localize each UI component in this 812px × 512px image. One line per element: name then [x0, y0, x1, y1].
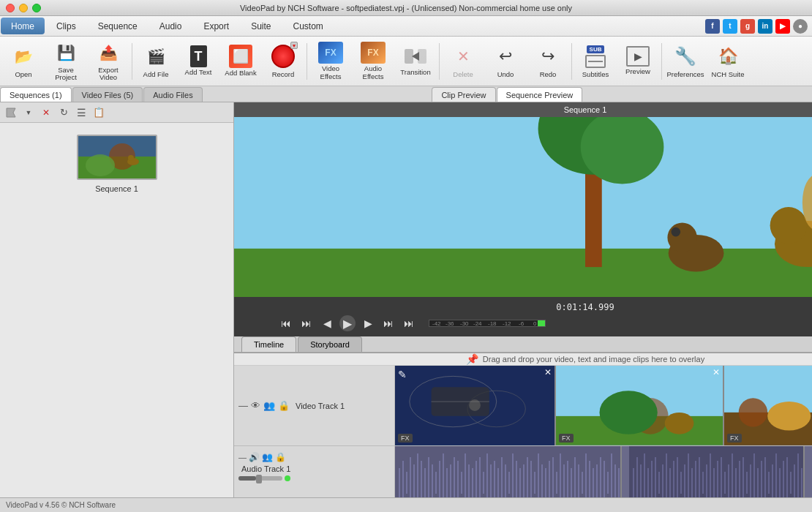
tab-audio-files[interactable]: Audio Files: [143, 87, 202, 102]
svg-rect-111: [666, 453, 667, 497]
left-toolbar-refresh[interactable]: ↻: [56, 105, 72, 121]
preferences-icon: 🔧: [672, 43, 699, 69]
menu-clips[interactable]: Clips: [46, 18, 86, 34]
volume-track[interactable]: -42 -36 -30 -24 -18 -12 -6 0: [429, 320, 546, 327]
clip1-close-button[interactable]: ✕: [544, 367, 552, 377]
svg-rect-65: [490, 464, 492, 497]
close-button[interactable]: [6, 4, 15, 12]
audio-track-collapse[interactable]: —: [238, 453, 247, 462]
timeline-section: Timeline Storyboard 0:00:40.000 0:00:50.…: [234, 336, 812, 497]
audio-effects-button[interactable]: FX Audio Effects: [353, 39, 394, 83]
audio-volume-slider[interactable]: [238, 476, 282, 481]
add-text-button[interactable]: T Add Text: [178, 39, 219, 83]
clip1-edit-icon[interactable]: ✎: [398, 369, 407, 380]
transition-icon: [403, 45, 428, 67]
next-frame-button[interactable]: ⏭: [380, 315, 396, 331]
googleplus-icon[interactable]: g: [740, 19, 755, 34]
left-toolbar-delete[interactable]: ✕: [38, 105, 54, 121]
tab-timeline[interactable]: Timeline: [241, 336, 296, 352]
tab-sequences[interactable]: Sequences (1): [0, 87, 72, 102]
svg-rect-107: [651, 461, 653, 497]
svg-rect-94: [596, 464, 598, 497]
audio-clip-1[interactable]: FX 🔊 🔗: [395, 446, 622, 497]
skip-to-start-button[interactable]: ⏮: [278, 315, 294, 331]
twitter-icon[interactable]: t: [723, 19, 737, 34]
audio-clip-2[interactable]: FX 🔊 🔗: [629, 446, 805, 497]
video-clip-3[interactable]: ✕ FX: [724, 366, 812, 445]
tab-area: Sequences (1) Video Files (5) Audio File…: [0, 86, 812, 102]
tab-video-files[interactable]: Video Files (5): [72, 87, 143, 102]
delete-button[interactable]: ✕ Delete: [443, 39, 484, 83]
undo-button[interactable]: ↩ Undo: [485, 39, 526, 83]
left-toolbar-list[interactable]: ☰: [73, 105, 89, 121]
svg-rect-64: [486, 453, 488, 497]
prev-frame-button[interactable]: ⏭: [298, 315, 315, 331]
svg-point-36: [739, 398, 767, 426]
svg-point-20: [671, 227, 680, 237]
subtitles-button[interactable]: SUB Subtitles: [575, 39, 616, 83]
svg-rect-46: [421, 461, 422, 497]
preview-button[interactable]: ▶ Preview: [617, 39, 658, 83]
nch-suite-button[interactable]: 🏠 NCH Suite: [707, 39, 748, 83]
menu-export[interactable]: Export: [193, 18, 239, 34]
preview-video: ⤢: [234, 117, 812, 297]
svg-rect-130: [735, 468, 737, 497]
sequence-thumbnail[interactable]: [77, 135, 157, 180]
nch-icon[interactable]: ●: [793, 19, 808, 34]
video-clip-1[interactable]: ✎ ✕ FX: [395, 366, 556, 445]
svg-rect-126: [721, 457, 722, 497]
video-effects-button[interactable]: FX Video Effects: [310, 39, 351, 83]
track-lock-icon[interactable]: 🔒: [278, 400, 290, 411]
clip2-close-button[interactable]: ✕: [713, 367, 720, 377]
track-eye-icon[interactable]: 👁: [251, 400, 260, 411]
add-blank-button[interactable]: ⬜ Add Blank: [220, 39, 261, 83]
video-clip-2[interactable]: ✕ FX: [556, 366, 724, 445]
transition-button[interactable]: Transition: [395, 39, 436, 83]
redo-button[interactable]: ↪ Redo: [527, 39, 568, 83]
youtube-icon[interactable]: ▶: [775, 19, 790, 34]
add-file-button[interactable]: 🎬 Add File: [135, 39, 176, 83]
skip-to-end-button[interactable]: ⏭: [401, 315, 417, 331]
audio-people-icon[interactable]: 👥: [262, 452, 273, 462]
svg-rect-135: [753, 453, 755, 497]
svg-rect-43: [410, 457, 411, 497]
preferences-button[interactable]: 🔧 Preferences: [665, 39, 706, 83]
menu-audio[interactable]: Audio: [149, 18, 192, 34]
minimize-button[interactable]: [19, 4, 28, 12]
left-toolbar-flag[interactable]: [3, 105, 19, 121]
export-video-button[interactable]: 📤 Export Video: [88, 39, 129, 83]
clip1-fx-button[interactable]: FX: [398, 434, 413, 443]
preferences-label: Preferences: [666, 71, 704, 78]
menu-custom[interactable]: Custom: [282, 18, 333, 34]
svg-rect-48: [428, 457, 429, 497]
record-button[interactable]: ▼ Record: [263, 39, 304, 83]
clip2-fx-button[interactable]: FX: [559, 434, 574, 443]
audio-volume-thumb[interactable]: [256, 475, 262, 483]
maximize-button[interactable]: [32, 4, 41, 12]
play-button[interactable]: ▶: [339, 315, 356, 331]
open-button[interactable]: 📂 Open: [3, 39, 44, 83]
svg-rect-76: [530, 461, 532, 497]
left-toolbar: ▼ ✕ ↻ ☰ 📋: [0, 102, 233, 123]
audio-lock-icon[interactable]: 🔒: [275, 452, 286, 462]
tab-sequence-preview[interactable]: Sequence Preview: [497, 87, 583, 102]
linkedin-icon[interactable]: in: [758, 19, 772, 34]
svg-point-37: [767, 402, 811, 430]
tab-clip-preview[interactable]: Clip Preview: [432, 87, 495, 102]
menu-suite[interactable]: Suite: [241, 18, 281, 34]
menu-sequence[interactable]: Sequence: [88, 18, 148, 34]
rewind-button[interactable]: ◀: [319, 315, 335, 331]
left-toolbar-clipboard[interactable]: 📋: [91, 105, 107, 121]
clip3-fx-button[interactable]: FX: [727, 434, 742, 443]
save-project-button[interactable]: 💾 Save Project: [45, 39, 86, 83]
forward-button[interactable]: ▶: [360, 315, 376, 331]
track-people-icon[interactable]: 👥: [263, 400, 275, 411]
track-collapse-icon[interactable]: —: [238, 400, 248, 411]
facebook-icon[interactable]: f: [705, 19, 720, 34]
menu-home[interactable]: Home: [1, 18, 45, 34]
audio-mute-icon[interactable]: 🔊: [249, 452, 260, 462]
tab-storyboard[interactable]: Storyboard: [298, 336, 362, 352]
left-toolbar-dropdown[interactable]: ▼: [20, 105, 37, 121]
svg-rect-41: [402, 461, 404, 497]
video-track-content: ✎ ✕ FX: [395, 366, 812, 445]
